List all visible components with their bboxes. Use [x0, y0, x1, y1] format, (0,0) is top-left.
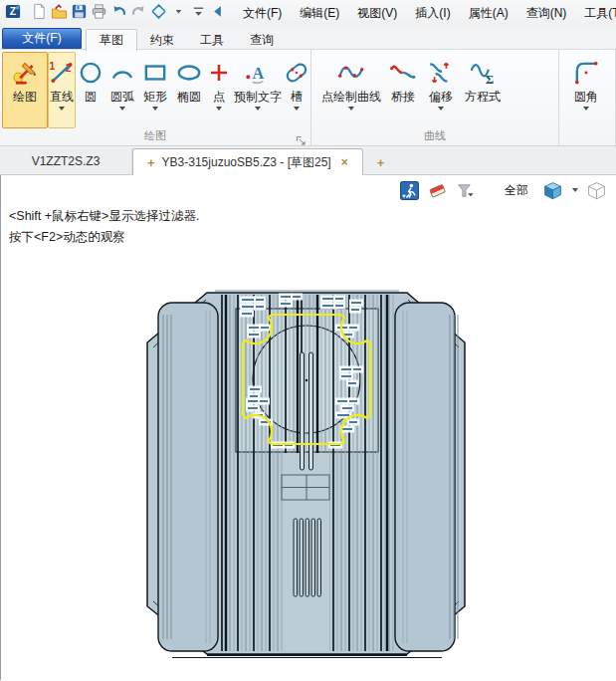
tab-expand-icon[interactable]: +	[147, 155, 155, 170]
tab-close-icon[interactable]: ×	[341, 155, 348, 169]
circle-icon	[77, 56, 104, 90]
ribbon: 绘图12直线圆圆弧矩形椭圆点A预制文字槽绘图点绘制曲线桥接偏移Σ方程式曲线圆角	[0, 50, 616, 146]
document-tab-1[interactable]: V1ZZT2S.Z3	[0, 148, 132, 174]
regen-icon[interactable]	[149, 3, 167, 21]
tool-偏移[interactable]: 偏移	[423, 52, 459, 128]
dropdown-caret-icon[interactable]	[59, 104, 65, 114]
curve-points-icon	[337, 56, 365, 90]
tool-label: 点	[213, 90, 225, 104]
dropdown-caret-icon[interactable]	[216, 104, 222, 114]
menu-bar: 文件(F)编辑(E)视图(V)插入(I)属性(A)查询(N)工具(T)实	[234, 1, 616, 26]
group-label	[559, 128, 615, 145]
tool-圆角[interactable]: 圆角	[567, 52, 605, 128]
tool-label: 预制文字	[234, 90, 282, 104]
fillet-icon	[572, 56, 600, 90]
tool-圆[interactable]: 圆	[76, 52, 105, 128]
dropdown-caret-icon[interactable]	[583, 104, 589, 114]
svg-text:Σ: Σ	[486, 72, 494, 87]
tool-直线[interactable]: 12直线	[48, 52, 76, 128]
ribbon-tabs: 草图约束工具查询	[86, 30, 287, 49]
tool-绘图[interactable]: 绘图	[2, 52, 48, 128]
group-label: 绘图	[0, 128, 310, 145]
tool-方程式[interactable]: Σ方程式	[459, 52, 507, 128]
tool-点绘制曲线[interactable]: 点绘制曲线	[319, 52, 383, 128]
prompt-messages: <Shift +鼠标右键>显示选择过滤器. 按下<F2>动态的观察	[9, 206, 199, 248]
quick-access-toolbar: Z	[3, 3, 228, 25]
ribbon-tab-草图[interactable]: 草图	[86, 29, 137, 51]
tool-槽[interactable]: 槽	[285, 52, 308, 128]
ellipse-icon	[175, 56, 203, 90]
view-dropdown-caret-icon[interactable]	[572, 188, 578, 192]
file-menu-button[interactable]: 文件(F)	[2, 28, 82, 49]
eraser-icon[interactable]	[427, 180, 447, 200]
dropdown-caret-icon[interactable]	[438, 104, 444, 114]
title-bar: Z 文件(F)编辑(E)视图(V)插入(I)属性(A)查询(N)工具(T)实	[0, 0, 616, 27]
ribbon-tab-查询[interactable]: 查询	[237, 30, 287, 51]
filter-all-dropdown[interactable]: 全部	[505, 182, 528, 199]
ribbon-group-曲线: 点绘制曲线桥接偏移Σ方程式曲线	[311, 50, 559, 145]
tool-矩形[interactable]: 矩形	[139, 52, 171, 128]
ribbon-group-end: 圆角	[559, 50, 616, 145]
ribbon-tab-bar: 文件(F) 草图约束工具查询	[0, 27, 616, 50]
tool-label: 直线	[50, 90, 74, 104]
dropdown-caret-icon[interactable]	[119, 104, 125, 114]
menu-1[interactable]: 文件(F)	[234, 1, 291, 26]
viewport-canvas[interactable]: 全部 <Shift +鼠标右键>显示选择过滤器. 按下<F2>动态的观察	[0, 175, 616, 680]
point-icon	[205, 56, 233, 90]
ribbon-group-绘图: 绘图12直线圆圆弧矩形椭圆点A预制文字槽绘图	[0, 50, 311, 145]
toolbar-options-icon[interactable]	[189, 3, 207, 21]
new-tab-button[interactable]: +	[377, 155, 385, 170]
menu-7[interactable]: 工具(T)	[575, 1, 616, 26]
view-cube-icon[interactable]	[542, 180, 562, 200]
collapse-icon[interactable]	[209, 3, 227, 21]
tool-label: 圆弧	[110, 90, 134, 104]
document-tab-label: V1ZZT2S.Z3	[32, 154, 101, 168]
prompt-line-2: 按下<F2>动态的观察	[9, 227, 199, 248]
bridge-icon	[389, 56, 417, 90]
new-file-icon[interactable]	[30, 3, 48, 21]
exit-walker-icon[interactable]	[399, 180, 419, 200]
menu-4[interactable]: 插入(I)	[406, 1, 459, 26]
undo-icon[interactable]	[109, 3, 127, 21]
document-tab-label: YB3-315juzuoSB5.Z3 - [草图25]	[162, 154, 331, 171]
tool-圆弧[interactable]: 圆弧	[105, 52, 139, 128]
cad-motor-drawing[interactable]	[1, 175, 616, 680]
dropdown-caret-icon[interactable]	[152, 104, 158, 114]
menu-3[interactable]: 视图(V)	[348, 1, 406, 26]
tool-label: 桥接	[391, 90, 415, 104]
viewport-toolbar: 全部	[399, 179, 616, 201]
tool-label: 圆角	[574, 90, 598, 104]
dropdown-caret-icon[interactable]	[294, 104, 300, 114]
dropdown-caret-icon[interactable]	[348, 104, 354, 114]
ribbon-tab-工具[interactable]: 工具	[187, 30, 237, 51]
tool-label: 绘图	[13, 90, 37, 104]
tool-label: 槽	[291, 90, 303, 104]
dropdown-caret-icon[interactable]	[255, 104, 261, 114]
tool-label: 椭圆	[177, 90, 201, 104]
tool-label: 矩形	[143, 90, 167, 104]
menu-2[interactable]: 编辑(E)	[291, 1, 348, 26]
ghost-cube-icon[interactable]	[586, 180, 606, 200]
filter-icon[interactable]	[455, 180, 475, 200]
save-icon[interactable]	[70, 3, 88, 21]
line-icon: 12	[48, 56, 76, 90]
slot-icon	[283, 56, 310, 90]
rectangle-icon	[141, 56, 169, 90]
draw-sketch-icon	[11, 56, 39, 90]
tool-label: 偏移	[429, 90, 453, 104]
document-tab-2[interactable]: +YB3-315juzuoSB5.Z3 - [草图25]×	[132, 148, 363, 175]
menu-5[interactable]: 属性(A)	[460, 1, 517, 26]
tool-预制文字[interactable]: A预制文字	[231, 52, 285, 128]
caret[interactable]	[169, 3, 187, 21]
open-icon[interactable]	[50, 3, 68, 21]
tool-label: 圆	[85, 90, 97, 104]
print-icon[interactable]	[90, 3, 107, 21]
tool-椭圆[interactable]: 椭圆	[171, 52, 207, 128]
redo-icon[interactable]	[129, 3, 147, 21]
ribbon-tab-约束[interactable]: 约束	[137, 30, 187, 51]
group-dialog-launcher-icon[interactable]	[296, 132, 307, 143]
tool-点[interactable]: 点	[207, 52, 231, 128]
tool-桥接[interactable]: 桥接	[383, 52, 423, 128]
menu-6[interactable]: 查询(N)	[517, 1, 576, 26]
svg-text:1: 1	[50, 61, 56, 72]
